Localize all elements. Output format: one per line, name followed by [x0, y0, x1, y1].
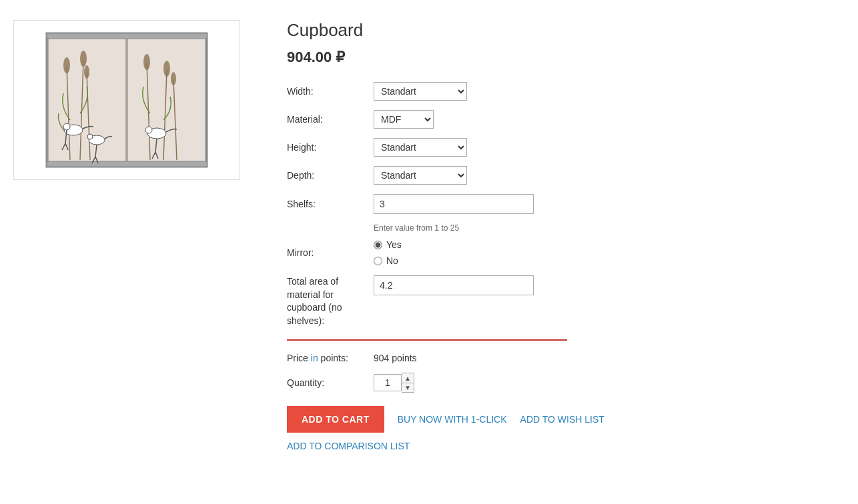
secondary-actions: ADD TO COMPARISON LIST: [287, 441, 845, 451]
quantity-stepper: ▲ ▼: [402, 373, 414, 393]
depth-row: Depth: Standart Deep Shallow: [287, 166, 567, 185]
height-control: Standart Tall Short: [374, 138, 567, 157]
mirror-no-radio[interactable]: [374, 257, 382, 265]
shelfs-control: [374, 194, 567, 214]
mirror-control: Yes No: [374, 239, 567, 266]
depth-select[interactable]: Standart Deep Shallow: [374, 166, 467, 185]
svg-point-26: [171, 72, 176, 85]
quantity-decrement-button[interactable]: ▼: [402, 383, 414, 392]
area-row: Total area of material for cupboard (no …: [287, 275, 567, 327]
width-label: Width:: [287, 86, 374, 97]
material-control: MDF Wood Glass: [374, 110, 567, 129]
svg-rect-3: [47, 33, 207, 39]
width-row: Width: Standart Large Extra Large: [287, 82, 567, 101]
product-image: [33, 27, 220, 173]
quantity-label: Quantity:: [287, 377, 374, 388]
depth-control: Standart Deep Shallow: [374, 166, 567, 185]
add-to-wish-list-button[interactable]: ADD TO WISH LIST: [520, 414, 604, 425]
area-input[interactable]: [374, 275, 534, 295]
mirror-yes-radio[interactable]: [374, 241, 382, 249]
points-label-after: points:: [318, 353, 348, 363]
material-row: Material: MDF Wood Glass: [287, 110, 567, 129]
svg-point-28: [145, 127, 152, 133]
svg-point-17: [87, 134, 93, 139]
height-select[interactable]: Standart Tall Short: [374, 138, 467, 157]
svg-rect-4: [47, 161, 207, 167]
product-image-wrapper: [13, 20, 240, 180]
mirror-yes-option[interactable]: Yes: [374, 239, 567, 250]
svg-point-25: [163, 61, 170, 77]
quantity-control: ▲ ▼: [374, 373, 414, 393]
page-container: Cupboard 904.00 ₽ Width: Standart Large …: [0, 0, 858, 471]
area-label: Total area of material for cupboard (no …: [287, 275, 374, 327]
points-in-label: in: [311, 353, 318, 363]
product-title: Cupboard: [287, 20, 845, 41]
points-row: Price in points: 904 points: [287, 353, 845, 363]
mirror-no-label: No: [386, 255, 398, 266]
height-label: Height:: [287, 142, 374, 153]
quantity-row: Quantity: ▲ ▼: [287, 373, 845, 393]
add-to-comparison-button[interactable]: ADD TO COMPARISON LIST: [287, 441, 410, 451]
price-value: 904.00: [287, 49, 332, 65]
svg-point-24: [143, 54, 150, 70]
points-label-before: Price: [287, 353, 311, 363]
shelfs-hint: Enter value from 1 to 25: [374, 223, 845, 233]
mirror-row: Mirror: Yes No: [287, 239, 567, 266]
currency-symbol: ₽: [336, 49, 345, 65]
quantity-increment-button[interactable]: ▲: [402, 373, 414, 383]
area-control: [374, 275, 567, 295]
mirror-label: Mirror:: [287, 247, 374, 258]
add-to-cart-button[interactable]: ADD TO CART: [287, 406, 384, 433]
mirror-no-option[interactable]: No: [374, 255, 567, 266]
height-row: Height: Standart Tall Short: [287, 138, 567, 157]
options-table: Width: Standart Large Extra Large Materi…: [287, 82, 567, 214]
width-select[interactable]: Standart Large Extra Large: [374, 82, 467, 101]
divider: [287, 339, 567, 341]
points-value: 904 points: [374, 353, 417, 363]
product-details: Cupboard 904.00 ₽ Width: Standart Large …: [287, 20, 845, 451]
shelfs-row: Shelfs:: [287, 194, 567, 214]
svg-point-9: [80, 51, 87, 67]
product-image-section: [13, 20, 267, 451]
width-control: Standart Large Extra Large: [374, 82, 567, 101]
buy-now-button[interactable]: BUY NOW WITH 1-CLICK: [398, 414, 507, 425]
svg-point-12: [63, 123, 70, 130]
svg-point-8: [63, 57, 70, 73]
mirror-yes-label: Yes: [386, 239, 402, 250]
material-label: Material:: [287, 114, 374, 125]
shelfs-label: Shelfs:: [287, 199, 374, 209]
shelfs-input[interactable]: [374, 194, 534, 214]
svg-rect-2: [127, 35, 205, 165]
product-price: 904.00 ₽: [287, 49, 845, 66]
svg-point-10: [84, 65, 89, 79]
action-buttons: ADD TO CART BUY NOW WITH 1-CLICK ADD TO …: [287, 406, 845, 433]
quantity-input[interactable]: [374, 374, 402, 391]
depth-label: Depth:: [287, 170, 374, 181]
material-select[interactable]: MDF Wood Glass: [374, 110, 434, 129]
points-label: Price in points:: [287, 353, 374, 363]
